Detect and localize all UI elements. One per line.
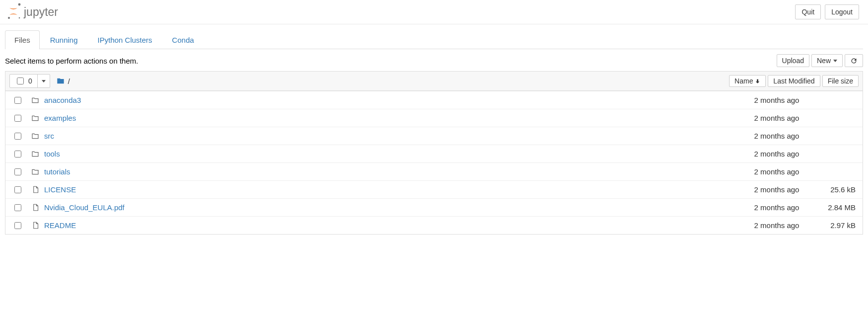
tab-files[interactable]: Files: [5, 30, 40, 49]
row-checkbox[interactable]: [14, 133, 21, 140]
header: jupyter Quit Logout: [0, 0, 868, 24]
logout-button[interactable]: Logout: [825, 4, 859, 19]
action-buttons: Upload New: [777, 54, 863, 67]
upload-button[interactable]: Upload: [777, 54, 809, 67]
folder-icon: [30, 114, 40, 122]
caret-down-icon: [42, 80, 46, 82]
refresh-button[interactable]: [845, 54, 863, 67]
row-checkbox[interactable]: [14, 115, 21, 122]
item-name-link[interactable]: tools: [44, 150, 60, 158]
item-name-link[interactable]: src: [44, 132, 54, 140]
arrow-down-icon: [755, 79, 760, 84]
svg-point-1: [8, 17, 10, 19]
list-item: src2 months ago: [5, 127, 863, 145]
row-checkbox[interactable]: [14, 222, 21, 229]
tab-running[interactable]: Running: [41, 30, 87, 49]
item-name-link[interactable]: anaconda3: [44, 96, 81, 104]
row-checkbox[interactable]: [14, 168, 21, 175]
folder-icon: [30, 132, 40, 140]
item-modified: 2 months ago: [739, 150, 814, 158]
breadcrumb-root[interactable]: /: [68, 77, 70, 85]
row-checkbox[interactable]: [14, 204, 21, 211]
folder-icon: [30, 168, 40, 176]
name-col-label: Name: [734, 77, 753, 85]
sort-modified-button[interactable]: Last Modified: [768, 75, 820, 87]
item-modified: 2 months ago: [739, 221, 814, 230]
item-name-link[interactable]: Nvidia_Cloud_EULA.pdf: [44, 203, 125, 212]
item-modified: 2 months ago: [739, 114, 814, 122]
file-icon: [30, 185, 40, 194]
file-icon: [30, 203, 40, 212]
svg-point-2: [19, 17, 20, 19]
sort-name-button[interactable]: Name: [729, 75, 766, 87]
item-size: 2.97 kB: [814, 221, 859, 230]
jupyter-logo[interactable]: jupyter: [5, 3, 81, 21]
item-name-link[interactable]: README: [44, 221, 76, 230]
list-header: 0 / Name Last Modified File size: [5, 71, 863, 91]
file-icon: [30, 221, 40, 230]
item-name-link[interactable]: examples: [44, 114, 76, 122]
item-size: 25.6 kB: [814, 185, 859, 194]
new-label: New: [817, 57, 831, 65]
select-all-group: 0: [9, 74, 50, 88]
list-item: README2 months ago2.97 kB: [5, 216, 863, 234]
header-buttons: Quit Logout: [795, 4, 863, 19]
item-size: 2.84 MB: [814, 203, 859, 212]
caret-down-icon: [833, 60, 837, 62]
breadcrumb: /: [56, 77, 70, 85]
list-item: LICENSE2 months ago25.6 kB: [5, 180, 863, 198]
hint-text: Select items to perform actions on them.: [5, 57, 138, 65]
folder-icon[interactable]: [56, 77, 65, 85]
item-modified: 2 months ago: [739, 132, 814, 140]
action-row: Select items to perform actions on them.…: [0, 49, 868, 71]
svg-point-0: [18, 3, 21, 6]
logo-text: jupyter: [23, 5, 58, 18]
list-item: tutorials2 months ago: [5, 162, 863, 180]
row-checkbox[interactable]: [14, 186, 21, 193]
item-modified: 2 months ago: [739, 203, 814, 212]
column-buttons: Name Last Modified File size: [729, 75, 859, 87]
quit-button[interactable]: Quit: [795, 4, 821, 19]
list-item: anaconda32 months ago: [5, 91, 863, 109]
tab-bar: FilesRunningIPython ClustersConda: [0, 30, 868, 49]
item-name-link[interactable]: tutorials: [44, 167, 70, 176]
item-modified: 2 months ago: [739, 96, 814, 104]
new-dropdown-button[interactable]: New: [811, 54, 843, 67]
folder-icon: [30, 96, 40, 104]
folder-icon: [30, 150, 40, 158]
refresh-icon: [850, 57, 858, 65]
sort-size-button[interactable]: File size: [822, 75, 859, 87]
select-all-checkbox[interactable]: [17, 78, 24, 84]
row-checkbox[interactable]: [14, 151, 21, 158]
row-checkbox[interactable]: [14, 97, 21, 104]
file-list: anaconda32 months agoexamples2 months ag…: [5, 91, 863, 235]
tab-conda[interactable]: Conda: [163, 30, 203, 49]
list-item: Nvidia_Cloud_EULA.pdf2 months ago2.84 MB: [5, 198, 863, 216]
item-name-link[interactable]: LICENSE: [44, 185, 76, 194]
item-modified: 2 months ago: [739, 185, 814, 194]
list-item: examples2 months ago: [5, 109, 863, 127]
tab-ipython-clusters[interactable]: IPython Clusters: [88, 30, 162, 49]
item-modified: 2 months ago: [739, 167, 814, 176]
list-item: tools2 months ago: [5, 145, 863, 162]
select-all-checkbox-area[interactable]: 0: [10, 75, 38, 87]
selected-count: 0: [28, 77, 32, 85]
select-dropdown-toggle[interactable]: [38, 75, 50, 87]
